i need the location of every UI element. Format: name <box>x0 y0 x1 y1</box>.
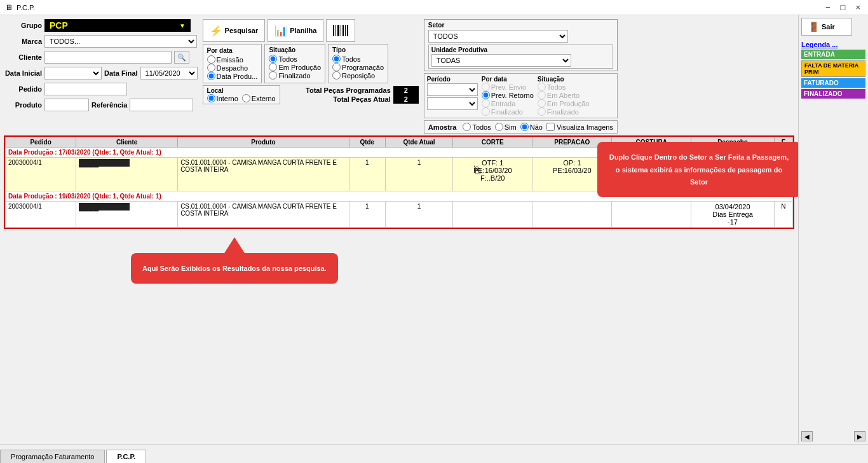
sit-todos-label[interactable]: Todos <box>269 55 321 63</box>
cell-pedido2: 20030004/1 <box>6 202 76 228</box>
amostra-nao-radio[interactable] <box>520 123 529 131</box>
cliente-search-button[interactable]: 🔍 <box>174 51 189 64</box>
grupo-select-wrapper[interactable]: PCP ▼ <box>44 19 191 32</box>
close-button[interactable]: × <box>853 3 863 12</box>
sit-emprod-label[interactable]: Em Produção <box>269 63 321 71</box>
marca-select[interactable]: TODOS... <box>44 35 197 48</box>
data-final-select[interactable]: 11/05/2020 <box>140 67 198 79</box>
prev-retorno-radio[interactable] <box>482 91 490 99</box>
dataprodu-radio[interactable] <box>207 72 215 80</box>
tab-pcp[interactable]: P.C.P. <box>106 450 146 463</box>
total-prog-value: 2 <box>393 86 419 95</box>
data-final-label: Data Final <box>104 69 138 77</box>
per-emprod-label[interactable]: Em Produção <box>538 99 590 107</box>
sair-button[interactable]: 🚪 Sair <box>801 18 852 36</box>
amostra-todos-label[interactable]: Todos <box>463 123 491 131</box>
periodo-select2[interactable] <box>427 97 478 110</box>
visualiza-label[interactable]: Visualiza Imagens <box>546 123 613 131</box>
per-emprod-radio[interactable] <box>538 99 546 107</box>
svg-rect-0 <box>333 25 334 36</box>
tipo-repos-radio[interactable] <box>332 71 341 79</box>
dataprodu-label[interactable]: Data Produ... <box>207 72 258 80</box>
per-finalizado-radio[interactable] <box>538 107 546 116</box>
prev-retorno-label[interactable]: Prev. Retorno <box>482 91 534 99</box>
planilha-button[interactable]: 📊 Planilha <box>268 19 323 42</box>
situacao-title: Situação <box>269 46 321 53</box>
emissao-label[interactable]: Emissão <box>207 55 258 64</box>
sit-todos-radio[interactable] <box>269 55 277 63</box>
tab-programacao[interactable]: Programação Faturamento <box>0 450 105 463</box>
unidade-select[interactable]: TODAS <box>431 54 571 67</box>
periodo-select1[interactable] <box>427 83 478 96</box>
local-interno-label[interactable]: Interno <box>207 94 238 102</box>
periodo-selects: Período <box>427 76 478 116</box>
setor-periodo-area: Setor TODOS Unidade Produtiva TODAS <box>424 19 618 134</box>
barcode-icon <box>332 24 349 38</box>
prev-envio-label[interactable]: Prev. Envio <box>482 83 534 91</box>
per-finalizado-label[interactable]: Finalizado <box>538 107 590 116</box>
local-externo-label[interactable]: Externo <box>242 94 276 102</box>
cell-qtde2: 1 <box>349 202 385 228</box>
scroll-left-button[interactable]: ◀ <box>801 431 813 441</box>
local-externo-radio[interactable] <box>242 94 250 102</box>
prev-envio-radio[interactable] <box>482 83 490 91</box>
per-emaberto-label[interactable]: Em Aberto <box>538 91 590 99</box>
app-icon: 🖥 <box>5 3 13 12</box>
totals-area: Total Peças Programadas 2 Total Peças At… <box>283 86 419 104</box>
tipo-prog-radio[interactable] <box>332 63 341 71</box>
sit-emprod-radio[interactable] <box>269 63 277 71</box>
table-row[interactable]: 20030004/1 ████ CS.01.001.0004 - CAMISA … <box>6 202 793 228</box>
minimize-button[interactable]: − <box>823 3 833 12</box>
app-title: P.C.P. <box>17 4 35 11</box>
cliente-input[interactable] <box>44 51 172 64</box>
pedido-input[interactable] <box>44 83 127 95</box>
grupo-dropdown-icon[interactable]: ▼ <box>179 22 186 29</box>
annotation1-text: Aqui Serão Exibidos os Resultados da nos… <box>142 265 327 272</box>
entrada-radio[interactable] <box>482 99 490 107</box>
barcode-button[interactable] <box>326 19 355 42</box>
maximize-button[interactable]: □ <box>838 3 848 12</box>
per-todos-radio[interactable] <box>538 83 546 91</box>
per-emaberto-radio[interactable] <box>538 91 546 99</box>
col-corte: CORTE <box>453 137 532 148</box>
produto-input[interactable] <box>44 99 89 111</box>
scroll-right-button[interactable]: ▶ <box>854 431 865 441</box>
entrada-label[interactable]: Entrada <box>482 99 534 107</box>
finalizado-per-label[interactable]: Finalizado <box>482 107 534 116</box>
pesquisar-button[interactable]: ⚡ Pesquisar <box>203 19 266 42</box>
despacho-label[interactable]: Despacho <box>207 64 258 72</box>
periodo-sit-title: Situação <box>538 76 590 83</box>
emissao-radio[interactable] <box>207 55 215 64</box>
amostra-sim-label[interactable]: Sim <box>495 123 517 131</box>
sit-finalizado-radio[interactable] <box>269 71 277 79</box>
amostra-sim-radio[interactable] <box>495 123 503 131</box>
amostra-todos-radio[interactable] <box>463 123 471 131</box>
visualiza-checkbox[interactable] <box>546 123 555 131</box>
row1: Grupo PCP ▼ Marca TODOS... <box>4 19 794 134</box>
data-inicial-select[interactable] <box>44 67 102 79</box>
per-todos-label[interactable]: Todos <box>538 83 590 91</box>
amostra-title: Amostra <box>428 123 457 131</box>
tipo-todos-label[interactable]: Todos <box>332 55 384 63</box>
tipo-todos-radio[interactable] <box>332 55 341 63</box>
title-bar: 🖥 P.C.P. − □ × <box>0 0 868 15</box>
data-row: Data Inicial Data Final 11/05/2020 <box>4 67 198 79</box>
legend-title[interactable]: Legenda ... <box>801 41 865 48</box>
sit-finalizado-label[interactable]: Finalizado <box>269 71 321 79</box>
top-controls-row: Grupo PCP ▼ Marca TODOS... <box>4 19 794 135</box>
tipo-prog-label[interactable]: Programação <box>332 63 384 71</box>
tipo-repos-label[interactable]: Reposição <box>332 71 384 79</box>
cell-costura2 <box>612 202 691 228</box>
grupo-row: Grupo PCP ▼ <box>4 19 198 32</box>
setor-select[interactable]: TODOS <box>428 30 568 43</box>
cell-corte: OTF: 1 PE:16/03/20 F:..B/20 🖱 <box>453 158 532 191</box>
finalizado-per-radio[interactable] <box>482 107 490 116</box>
pesquisar-label: Pesquisar <box>225 27 259 34</box>
svg-rect-2 <box>337 25 339 36</box>
despacho-radio[interactable] <box>207 64 215 72</box>
referencia-input[interactable] <box>130 99 193 111</box>
amostra-nao-label[interactable]: Não <box>520 123 543 131</box>
svg-rect-3 <box>341 25 341 36</box>
local-interno-radio[interactable] <box>207 94 215 102</box>
marca-label: Marca <box>4 38 42 45</box>
